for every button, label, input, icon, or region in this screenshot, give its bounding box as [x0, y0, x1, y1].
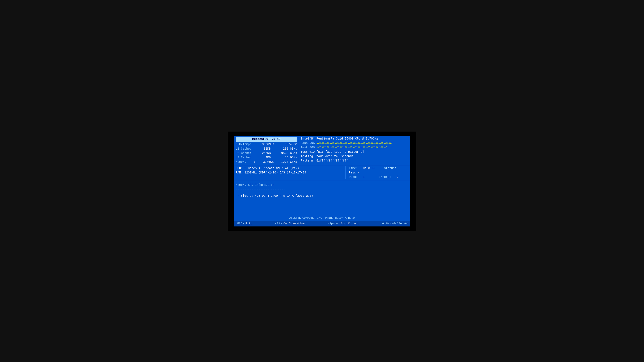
- clk-temp: 35/45°C: [285, 142, 297, 147]
- l1-size: 32KB: [264, 147, 271, 151]
- test-name-line: Test #10 [Bit fade test, 2 patterns]: [300, 150, 408, 154]
- clk-label: CLK/Temp:: [236, 142, 252, 147]
- footer-key-space: <Space> Scroll Lock: [328, 222, 359, 226]
- f1-action: Configuration: [284, 222, 304, 225]
- spd-divider: ----------------------------: [236, 188, 408, 192]
- l3-label: L3 Cache:: [236, 155, 252, 160]
- pattern-line: Pattern: 0xffffffffffffffff: [300, 159, 408, 163]
- footer-keys: <ESC> Exit <F1> Configuration <Space> Sc…: [234, 221, 410, 226]
- esc-key[interactable]: <ESC>: [236, 222, 244, 225]
- spd-item-0: - Slot 2: 4GB DDR4-2400 - A-DATA (2019-W…: [236, 194, 408, 198]
- mem-size: 3.86GB: [263, 160, 274, 164]
- space-key[interactable]: <Space>: [328, 222, 340, 225]
- l1-label: L1 Cache:: [236, 147, 252, 151]
- f1-key[interactable]: <F1>: [275, 222, 282, 225]
- ram-line: RAM: 1200MHz (DDR4-2400) CAS 17-17-17-39: [236, 171, 343, 175]
- l3-size: 4MB: [266, 155, 271, 160]
- test-progress-label: Test 96%: [300, 146, 315, 149]
- l2-size: 256KB: [262, 151, 271, 155]
- pass-value: 1: [363, 175, 364, 179]
- errors-label: Errors:: [379, 175, 391, 179]
- footer-brand: ASUSTeK COMPUTER INC. PRIME H310M-A R2.0: [234, 215, 410, 221]
- footer-key-esc: <ESC> Exit: [236, 222, 252, 226]
- status-label: Status:: [384, 167, 396, 170]
- clk-value: 3696MHz: [262, 142, 274, 147]
- mem-speed: 12.4 GB/s: [281, 160, 297, 164]
- app-title: Memtest86+ v6.10: [236, 137, 297, 142]
- l2-label: L2 Cache:: [236, 151, 252, 155]
- l3-speed: 56 GB/s: [285, 155, 297, 160]
- footer-key-f1: <F1> Configuration: [275, 222, 304, 226]
- cpu-info-line: Intel(R) Pentium(R) Gold G5400 CPU @ 3.7…: [300, 137, 408, 141]
- space-action: Scroll Lock: [341, 222, 359, 225]
- esc-action: Exit: [246, 222, 252, 225]
- time-value: 0:38:50: [363, 167, 375, 170]
- status-value: Pass: [349, 171, 356, 174]
- errors-value: 0: [396, 175, 398, 179]
- pass-hash-bar: ########################################…: [316, 142, 392, 145]
- mem-label: Memory: [236, 160, 246, 164]
- version-text: 6.10.ce2c29e.x64: [382, 222, 408, 226]
- l1-speed: 230 GB/s: [283, 147, 297, 151]
- test-hash-bar: ########################################…: [316, 146, 387, 149]
- l2-speed: 95.3 GB/s: [281, 151, 297, 155]
- cpu-line: CPU: 2 Cores 4 Threads SMP: 4T (PAR): [236, 166, 343, 171]
- testing-line: Testing: fade over 240 seconds: [300, 154, 408, 159]
- spd-title: Memory SPD Information: [236, 183, 408, 187]
- pass-progress-label: Pass 99%: [300, 141, 315, 145]
- spinner-icon: \: [358, 171, 359, 174]
- pass-label: Pass:: [349, 175, 358, 179]
- time-label: Time:: [349, 167, 358, 170]
